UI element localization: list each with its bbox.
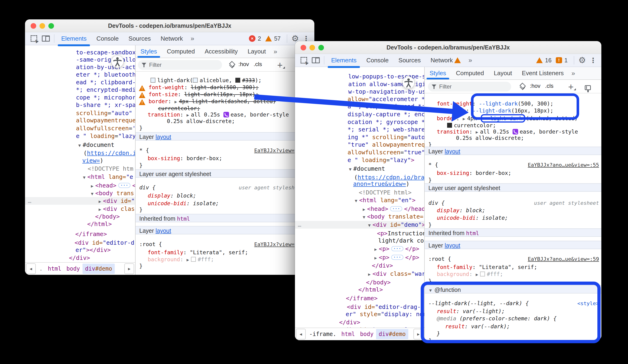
disclosure-triangle-icon[interactable]: ▶ bbox=[374, 247, 377, 252]
css-function-link[interactable]: --light-dark bbox=[472, 108, 511, 114]
layer-link[interactable]: layout bbox=[156, 133, 171, 140]
layer-link[interactable]: layout bbox=[156, 227, 171, 234]
close-button[interactable] bbox=[31, 23, 36, 29]
warning-count-icon[interactable] bbox=[265, 36, 272, 42]
disclosure-triangle-icon[interactable]: ▶ bbox=[99, 207, 101, 212]
expand-ellipsis-button[interactable]: ··· bbox=[118, 183, 130, 188]
expand-ellipsis-button[interactable]: ··· bbox=[391, 246, 403, 251]
inspect-element-icon[interactable] bbox=[301, 57, 307, 63]
titlebar[interactable]: DevTools - codepen.io/bramus/pen/EaYBJJx bbox=[25, 19, 314, 32]
breadcrumb-item[interactable]: body bbox=[357, 329, 376, 339]
device-toolbar-icon[interactable] bbox=[42, 36, 50, 42]
layers-icon[interactable] bbox=[229, 61, 235, 68]
minimize-button[interactable] bbox=[39, 23, 45, 29]
inspect-element-icon[interactable] bbox=[31, 35, 37, 42]
stylesheet-source-link[interactable]: EaYBJJx?view= bbox=[254, 147, 295, 154]
toggle-element-state-button[interactable]: :hov bbox=[238, 61, 249, 67]
toggle-class-button[interactable]: .cls bbox=[545, 83, 553, 89]
breadcrumb-item[interactable]: div#demo bbox=[376, 329, 408, 339]
filter-input[interactable]: Filter bbox=[138, 60, 222, 70]
disclosure-triangle-icon[interactable]: ▼ bbox=[363, 215, 365, 220]
dom-tree-pane[interactable]: low-popups-to-escape-saation allow-same-… bbox=[295, 67, 424, 328]
tab-sources[interactable]: Sources bbox=[124, 32, 156, 45]
tab-sources[interactable]: Sources bbox=[393, 54, 426, 66]
filter-input[interactable]: Filter bbox=[428, 82, 511, 92]
row-overflow-ellipsis[interactable]: … bbox=[28, 197, 32, 205]
row-overflow-ellipsis[interactable]: … bbox=[298, 221, 302, 229]
error-count-icon[interactable]: × bbox=[249, 35, 255, 42]
sidebar-tab-computed[interactable]: Computed bbox=[162, 45, 200, 58]
tab-console[interactable]: Console bbox=[91, 32, 123, 45]
disclosure-triangle-icon[interactable]: ▼ bbox=[428, 288, 433, 293]
layer-link[interactable]: layout bbox=[445, 242, 460, 249]
sidebar-tab-styles[interactable]: Styles bbox=[136, 45, 162, 58]
breadcrumb-item[interactable]: body bbox=[64, 264, 82, 274]
toggle-element-state-button[interactable]: :hov bbox=[530, 83, 540, 89]
expand-ellipsis-button[interactable]: ··· bbox=[391, 255, 403, 260]
tab-elements[interactable]: Elements bbox=[326, 54, 361, 66]
breadcrumb-item[interactable]: -iframe. bbox=[307, 329, 339, 339]
breadcrumb-scroll-left-button[interactable]: ◀ bbox=[26, 263, 36, 274]
expand-ellipsis-button[interactable]: ··· bbox=[390, 206, 402, 211]
disclosure-triangle-icon[interactable]: ▶ bbox=[91, 183, 93, 188]
breadcrumb-scroll-right-button[interactable]: ▶ bbox=[124, 263, 134, 274]
more-tabs-chevron-icon[interactable]: » bbox=[466, 57, 475, 64]
sidebar-tab-accessibility[interactable]: Accessibility bbox=[200, 45, 243, 58]
toggle-class-button[interactable]: .cls bbox=[254, 61, 262, 67]
disclosure-triangle-icon[interactable]: ▼ bbox=[91, 191, 93, 196]
link[interactable]: https://cdpn.i bbox=[87, 150, 135, 156]
dom-tree-pane[interactable]: to-escape-sandbox-same-origin alloation-… bbox=[25, 45, 135, 262]
new-style-rule-button[interactable]: + bbox=[277, 62, 283, 69]
breadcrumb-scroll-left-button[interactable]: ◀ bbox=[296, 329, 306, 340]
disclosure-triangle-icon[interactable]: ▼ bbox=[78, 143, 81, 148]
stylesheet-source-link[interactable]: <style> bbox=[577, 300, 599, 307]
more-tabs-chevron-icon[interactable]: » bbox=[188, 35, 197, 42]
new-style-rule-button[interactable]: + bbox=[568, 83, 573, 90]
sidebar-tab-styles[interactable]: Styles bbox=[425, 67, 451, 79]
link[interactable]: anon=true&view= bbox=[353, 181, 406, 187]
disclosure-triangle-icon[interactable]: ▶ bbox=[476, 129, 478, 134]
disclosure-triangle-icon[interactable]: ▶ bbox=[99, 199, 101, 204]
sidebar-tab-layout[interactable]: Layout bbox=[489, 67, 517, 79]
zoom-button[interactable] bbox=[48, 23, 54, 29]
breadcrumb-item[interactable]: div#demo bbox=[82, 264, 115, 274]
device-toolbar-icon[interactable] bbox=[312, 57, 320, 63]
breadcrumb-item[interactable]: html bbox=[45, 264, 64, 274]
disclosure-triangle-icon[interactable]: ▼ bbox=[368, 223, 371, 228]
close-button[interactable] bbox=[301, 45, 306, 51]
sidebar-tab-layout[interactable]: Layout bbox=[242, 45, 271, 58]
tab-network[interactable]: Network bbox=[156, 32, 188, 45]
disclosure-triangle-icon[interactable]: ▶ bbox=[463, 116, 465, 121]
stylesheet-source-link[interactable]: EaYBJJx?ano…ue&view=:59 bbox=[528, 255, 599, 263]
titlebar[interactable]: DevTools - codepen.io/bramus/pen/EaYBJJx bbox=[295, 41, 601, 54]
stylesheet-source-link[interactable]: EaYBJJx?ano…ue&view=:55 bbox=[528, 161, 599, 169]
sidebar-tab-event-listeners[interactable]: Event Listeners bbox=[517, 67, 569, 79]
rendering-emulation-icon[interactable] bbox=[585, 85, 591, 90]
breadcrumb-scroll-right-button[interactable]: ▶ bbox=[413, 329, 423, 340]
disclosure-triangle-icon[interactable]: ▶ bbox=[186, 113, 189, 118]
disclosure-triangle-icon[interactable]: ▶ bbox=[374, 255, 377, 260]
tab-console[interactable]: Console bbox=[361, 54, 393, 66]
zoom-button[interactable] bbox=[318, 45, 324, 51]
kebab-menu-icon[interactable]: ⋮ bbox=[588, 56, 598, 64]
disclosure-triangle-icon[interactable]: ▶ bbox=[476, 272, 478, 277]
settings-gear-icon[interactable]: ⚙ bbox=[578, 56, 586, 64]
sidebar-tab-computed[interactable]: Computed bbox=[451, 67, 489, 79]
disclosure-triangle-icon[interactable]: ▼ bbox=[83, 175, 85, 180]
layer-link[interactable]: layout bbox=[445, 148, 460, 155]
issues-icon[interactable]: ! bbox=[556, 57, 562, 63]
stylesheet-source-link[interactable]: EaYBJJx?view= bbox=[254, 241, 295, 248]
layers-icon[interactable] bbox=[519, 83, 526, 90]
link[interactable]: view= bbox=[82, 157, 100, 164]
disclosure-triangle-icon[interactable]: ▼ bbox=[355, 198, 357, 203]
tab-elements[interactable]: Elements bbox=[56, 32, 91, 45]
breadcrumb-item[interactable]: . bbox=[37, 264, 45, 274]
tab-network[interactable]: Network bbox=[426, 54, 466, 66]
disclosure-triangle-icon[interactable]: ▶ bbox=[363, 207, 365, 212]
more-tabs-chevron-icon[interactable]: » bbox=[271, 48, 280, 55]
disclosure-triangle-icon[interactable]: ▶ bbox=[175, 99, 177, 104]
css-function-link[interactable]: --light-dark bbox=[479, 101, 518, 107]
minimize-button[interactable] bbox=[310, 45, 315, 51]
link[interactable]: https://cdpn.io/bram bbox=[358, 174, 424, 181]
disclosure-triangle-icon[interactable]: ▶ bbox=[368, 272, 371, 277]
